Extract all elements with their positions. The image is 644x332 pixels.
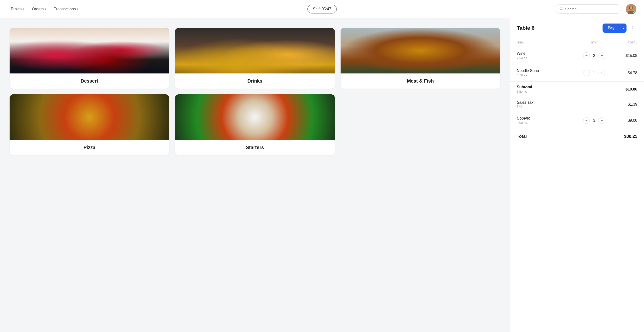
svg-point-43	[242, 98, 263, 112]
subtotal-sublabel: 3 items	[517, 90, 580, 93]
qty-decrease-coperto[interactable]: −	[583, 117, 590, 124]
item-total-noodle: $4.78	[608, 71, 637, 75]
pay-button[interactable]: Pay	[602, 24, 620, 33]
svg-point-10	[58, 53, 68, 62]
svg-line-1	[562, 9, 563, 10]
svg-point-27	[377, 61, 464, 73]
orders-chevron-icon: ▾	[45, 8, 46, 11]
svg-point-18	[379, 28, 462, 46]
dessert-label: Dessert	[10, 73, 169, 89]
category-card-drinks[interactable]: Drinks	[175, 28, 334, 89]
svg-point-8	[49, 55, 61, 67]
search-bar[interactable]	[555, 4, 622, 14]
qty-increase-noodle[interactable]: +	[598, 70, 605, 76]
svg-point-26	[377, 55, 464, 73]
table-title: Table 6	[517, 25, 534, 31]
total-value: $30.25	[624, 134, 637, 139]
subtotal-row: Subtotal 3 items $19.86	[510, 82, 644, 97]
qty-control-coperto: − 3 +	[580, 117, 608, 124]
tables-chevron-icon: ▾	[23, 8, 24, 11]
drinks-image	[175, 28, 334, 73]
meat-fish-label: Meat & Fish	[340, 73, 500, 89]
item-name-noodle: Noodle Soup	[517, 69, 580, 73]
order-items-list: Wine 7.54 ea. − 2 + $15.08 Noodle Soup 4…	[510, 47, 644, 332]
dessert-image	[10, 28, 169, 73]
pay-dropdown-button[interactable]: ▾	[620, 24, 626, 33]
total-row: Total $30.25	[510, 129, 644, 144]
qty-increase-wine[interactable]: +	[598, 52, 605, 59]
svg-rect-29	[10, 94, 169, 140]
pizza-image	[10, 94, 169, 140]
tax-sublabel: 7 %	[517, 105, 580, 108]
nav-transactions[interactable]: Transactions ▾	[51, 5, 81, 13]
pizza-label: Pizza	[10, 140, 169, 155]
shift-badge[interactable]: Shift 05:47	[307, 5, 337, 14]
starters-label: Starters	[175, 140, 334, 155]
item-info-noodle: Noodle Soup 4.78 ea.	[517, 69, 580, 77]
qty-value-wine: 2	[592, 54, 596, 58]
qty-value-coperto: 3	[592, 118, 596, 123]
total-label: Total	[517, 134, 527, 139]
svg-rect-25	[383, 55, 458, 62]
drinks-label: Drinks	[175, 73, 334, 89]
category-card-dessert[interactable]: Dessert	[10, 28, 169, 89]
table-row: Wine 7.54 ea. − 2 + $15.08	[510, 47, 644, 64]
svg-point-33	[80, 115, 88, 124]
category-grid: Dessert	[0, 18, 510, 332]
nav-orders[interactable]: Orders ▾	[29, 5, 49, 13]
meat-fish-image	[340, 28, 500, 73]
subtotal-info: Subtotal 3 items	[517, 85, 580, 93]
pay-btn-group: Pay ▾	[602, 24, 626, 33]
tables-label: Tables	[10, 7, 22, 11]
shift-center: Shift 05:47	[307, 5, 337, 14]
item-info-wine: Wine 7.54 ea.	[517, 51, 580, 60]
col-item: ITEM	[517, 41, 580, 44]
avatar[interactable]	[626, 4, 636, 15]
header-right	[555, 4, 636, 15]
transactions-label: Transactions	[54, 7, 76, 11]
svg-rect-6	[10, 28, 169, 73]
nav-tables[interactable]: Tables ▾	[8, 5, 27, 13]
qty-increase-coperto[interactable]: +	[598, 117, 605, 124]
order-panel: Table 6 Pay ▾ ⋮ ITEM QTY. TOTAL Wine 7.5…	[510, 18, 644, 332]
svg-rect-30	[15, 94, 164, 140]
col-qty: QTY.	[580, 41, 608, 44]
svg-point-42	[218, 96, 282, 138]
item-total-wine: $15.08	[608, 54, 637, 58]
search-icon	[560, 7, 563, 11]
tax-info: Sales Tax 7 %	[517, 100, 580, 108]
search-input[interactable]	[565, 7, 618, 11]
category-card-meat-fish[interactable]: Meat & Fish	[340, 28, 500, 89]
svg-point-17	[378, 28, 463, 55]
order-column-headers: ITEM QTY. TOTAL	[510, 38, 644, 47]
category-card-pizza[interactable]: Pizza	[10, 94, 169, 155]
qty-control-wine: − 2 +	[580, 52, 608, 59]
svg-point-40	[202, 94, 308, 140]
svg-point-12	[64, 60, 72, 68]
coperto-info: Coperto 3.00 ea.	[517, 116, 580, 125]
coperto-row: Coperto 3.00 ea. − 3 + $9.00	[510, 112, 644, 129]
svg-point-7	[35, 52, 48, 65]
svg-point-34	[94, 111, 101, 118]
svg-point-28	[378, 73, 463, 73]
qty-decrease-wine[interactable]: −	[583, 52, 590, 59]
svg-point-44	[255, 105, 271, 114]
starters-image	[175, 94, 334, 140]
svg-point-11	[43, 65, 51, 73]
header: Tables ▾ Orders ▾ Transactions ▾ Shift 0…	[0, 0, 644, 18]
coperto-price: 3.00 ea.	[517, 121, 580, 125]
qty-decrease-noodle[interactable]: −	[583, 70, 590, 76]
qty-control-noodle: − 1 +	[580, 70, 608, 76]
svg-point-38	[47, 94, 130, 140]
more-options-button[interactable]: ⋮	[628, 24, 637, 32]
online-indicator	[634, 12, 636, 14]
category-card-starters[interactable]: Starters	[175, 94, 334, 155]
subtotal-label: Subtotal	[517, 85, 580, 89]
tax-value: $1.39	[608, 102, 637, 107]
svg-rect-39	[175, 94, 334, 140]
svg-rect-13	[175, 28, 334, 73]
main-nav: Tables ▾ Orders ▾ Transactions ▾	[8, 5, 555, 13]
svg-point-32	[52, 94, 125, 140]
coperto-total: $9.00	[608, 118, 637, 123]
item-price-wine: 7.54 ea.	[517, 56, 580, 60]
